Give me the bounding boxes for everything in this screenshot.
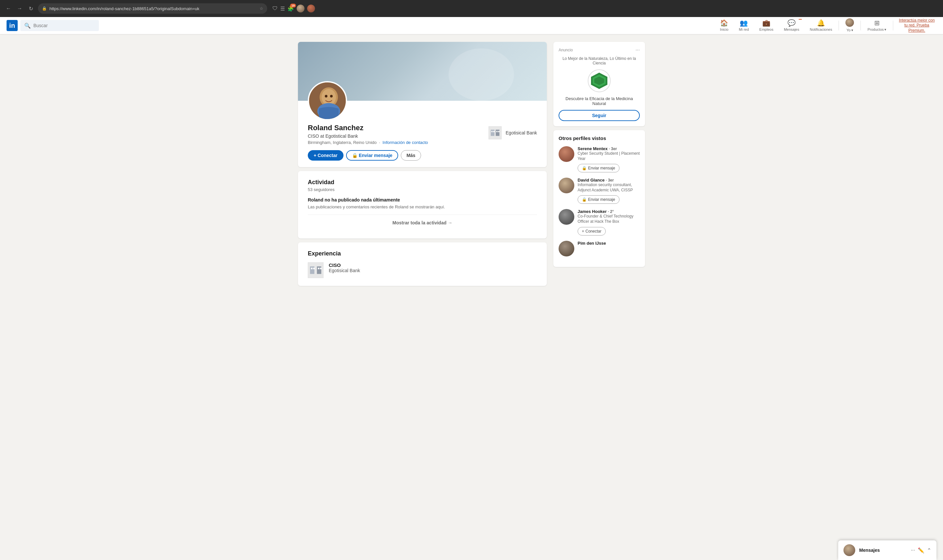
ps-message-button-1[interactable]: 🔒 Enviar mensaje xyxy=(577,164,619,172)
ps-avatar-3 xyxy=(559,209,574,225)
contact-info-link[interactable]: Información de contacto xyxy=(383,140,428,145)
ad-text: Lo Mejor de la Naturaleza, Lo Último en … xyxy=(559,56,640,65)
svg-rect-9 xyxy=(491,131,493,132)
browser-nav-buttons: ← → ↻ xyxy=(4,4,35,13)
ad-more-button[interactable]: ··· xyxy=(636,47,640,53)
nav-item-mi-red[interactable]: 👥 Mi red xyxy=(734,17,755,34)
more-button[interactable]: Más xyxy=(401,150,421,161)
experience-title: Experiencia xyxy=(308,250,537,257)
svg-point-2 xyxy=(321,89,336,105)
ps-avatar-4 xyxy=(559,241,574,257)
back-button[interactable]: ← xyxy=(4,4,13,13)
ad-logo-inner xyxy=(590,72,608,90)
activity-card: Actividad 53 seguidores Roland no ha pub… xyxy=(298,171,547,238)
ad-follow-button[interactable]: Seguir xyxy=(559,110,640,121)
nav-divider3 xyxy=(893,21,893,31)
url-text: https://www.linkedin.com/in/roland-sanch… xyxy=(49,6,257,11)
home-icon: 🏠 xyxy=(720,19,728,27)
profile-main-column: Roland Sanchez CISO at Egotistical Bank … xyxy=(298,42,547,286)
activity-empty-desc: Las publicaciones y comentarios reciente… xyxy=(308,205,537,209)
svg-rect-14 xyxy=(310,266,314,274)
send-message-button[interactable]: 🔒 Enviar mensaje xyxy=(346,150,398,161)
messaging-more-icon[interactable]: ··· xyxy=(911,547,915,554)
network-icon: 👥 xyxy=(740,19,748,27)
connect-plus-icon: + xyxy=(582,229,584,234)
activity-empty-title: Roland no ha publicado nada últimamente xyxy=(308,197,537,203)
other-profiles-title: Otros perfiles vistos xyxy=(559,135,640,141)
profile-avatar xyxy=(308,81,347,120)
svg-rect-7 xyxy=(491,130,494,136)
experience-item: CISO Egotisical Bank xyxy=(308,262,537,278)
user-avatar2-small[interactable] xyxy=(307,5,315,12)
svg-rect-11 xyxy=(496,131,498,132)
search-icon: 🔍 xyxy=(24,23,31,29)
svg-rect-17 xyxy=(313,268,315,269)
profile-suggestion-1: Serene Mentex · 3er Cyber Security Stude… xyxy=(559,146,640,172)
messaging-label: Mensajes xyxy=(859,548,907,553)
ps-title-2: Information security consultant, Adjunct… xyxy=(577,183,640,193)
address-bar[interactable]: 🔒 https://www.linkedin.com/in/roland-san… xyxy=(38,3,267,14)
ps-message-button-2[interactable]: 🔒 Enviar mensaje xyxy=(577,195,619,204)
ps-name-2: David Glance · 3er xyxy=(577,178,640,183)
svg-rect-12 xyxy=(499,131,500,132)
nav-item-yo[interactable]: Yo ▾ xyxy=(840,17,859,34)
messaging-avatar xyxy=(843,544,855,556)
messaging-compose-icon[interactable]: ✏️ xyxy=(918,547,924,554)
ps-info-1: Serene Mentex · 3er Cyber Security Stude… xyxy=(577,146,640,172)
ps-info-4: Pim den IJsse xyxy=(577,241,640,246)
nav-item-empleos[interactable]: 💼 Empleos xyxy=(754,17,779,34)
ps-avatar-1 xyxy=(559,146,574,162)
browser-chrome: ← → ↻ 🔒 https://www.linkedin.com/in/rola… xyxy=(0,0,943,17)
activity-title: Actividad xyxy=(308,179,537,186)
user-avatar-small[interactable] xyxy=(297,5,304,12)
search-input[interactable] xyxy=(33,23,95,28)
profile-name: Roland Sanchez xyxy=(308,124,482,132)
messaging-collapse-icon[interactable]: ⌃ xyxy=(927,547,931,554)
show-all-activity-link[interactable]: Mostrar toda la actividad → xyxy=(308,215,537,231)
other-profiles-card: Otros perfiles vistos Serene Mentex · 3e… xyxy=(553,130,645,267)
ps-connect-button-3[interactable]: + Conectar xyxy=(577,227,606,235)
ps-name-3: James Hooker · 2° xyxy=(577,209,640,214)
profile-card: Roland Sanchez CISO at Egotistical Bank … xyxy=(298,42,547,167)
profile-actions: + Conectar 🔒 Enviar mensaje Más xyxy=(308,150,482,161)
messaging-actions: ··· ✏️ ⌃ xyxy=(911,547,931,554)
ps-info-2: David Glance · 3er Information security … xyxy=(577,178,640,204)
nav-item-notificaciones[interactable]: 🔔 Notificaciones xyxy=(804,17,837,34)
shield-icon[interactable]: 🛡 xyxy=(272,6,278,11)
products-icon: ⊞ xyxy=(874,19,880,27)
exp-role: CISO xyxy=(329,262,360,268)
nav-label-yo: Yo ▾ xyxy=(846,28,853,32)
nav-item-productos[interactable]: ⊞ Productos ▾ xyxy=(862,17,892,34)
ps-avatar-2 xyxy=(559,178,574,193)
linkedin-navbar: in 🔍 🏠 Inicio 👥 Mi red 💼 Empleos 💬 Mensa… xyxy=(0,17,943,34)
company-name: Egotisical Bank xyxy=(506,130,537,135)
nav-label-inicio: Inicio xyxy=(720,28,728,31)
nav-item-mensajes[interactable]: 💬 Mensajes xyxy=(779,17,804,34)
forward-button[interactable]: → xyxy=(15,4,24,13)
linkedin-logo[interactable]: in xyxy=(6,20,18,31)
svg-rect-15 xyxy=(317,266,321,274)
premium-promo[interactable]: Interactúa mejor con tu red. Prueba Prem… xyxy=(897,18,937,33)
search-bar[interactable]: 🔍 xyxy=(20,20,99,31)
nav-label-mi-red: Mi red xyxy=(739,28,749,31)
company-logo xyxy=(489,126,502,139)
svg-rect-6 xyxy=(489,126,501,139)
nav-label-notificaciones: Notificaciones xyxy=(810,28,832,31)
messages-icon: 💬 xyxy=(787,19,796,27)
lock-icon-1: 🔒 xyxy=(582,166,587,171)
bookmark-icon: ☆ xyxy=(260,6,263,11)
ad-logo-area xyxy=(559,69,640,92)
ad-card: Anuncio ··· Lo Mejor de la Naturaleza, L… xyxy=(553,42,645,126)
menu-icon[interactable]: ☰ xyxy=(280,6,285,12)
nav-item-inicio[interactable]: 🏠 Inicio xyxy=(715,17,734,34)
messaging-bar[interactable]: Mensajes ··· ✏️ ⌃ xyxy=(838,540,937,560)
refresh-button[interactable]: ↻ xyxy=(26,4,35,13)
experience-list: CISO Egotisical Bank xyxy=(308,262,537,278)
main-layout: Roland Sanchez CISO at Egotistical Bank … xyxy=(292,42,651,286)
ad-header: Anuncio ··· xyxy=(559,47,640,53)
svg-rect-8 xyxy=(496,130,499,136)
ad-description: Descubre la Eficacia de la Medicina Natu… xyxy=(559,96,640,106)
connect-button[interactable]: + Conectar xyxy=(308,150,343,161)
ad-logo-circle xyxy=(588,69,611,92)
nav-label-mensajes: Mensajes xyxy=(784,28,799,31)
